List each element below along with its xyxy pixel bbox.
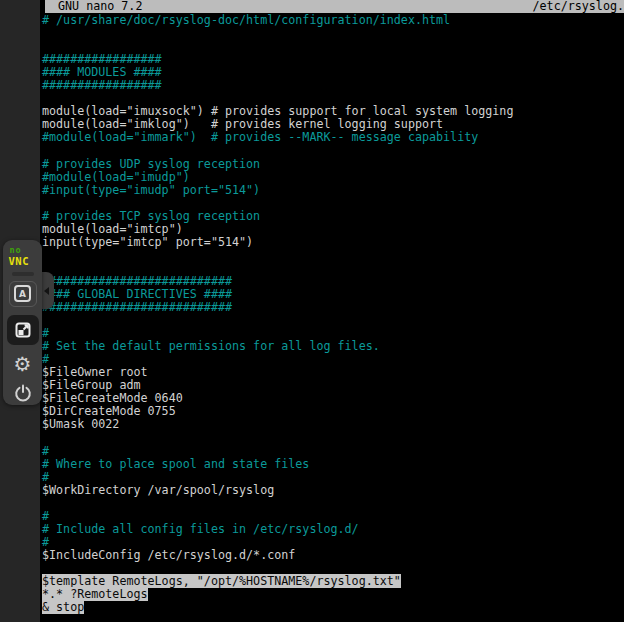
extra-keys-button[interactable]: A	[9, 281, 37, 307]
power-button[interactable]	[9, 380, 37, 405]
terminal-line: $DirCreateMode 0755	[42, 405, 624, 418]
terminal-line: $WorkDirectory /var/spool/rsyslog	[42, 484, 624, 497]
nano-titlebar: GNU nano 7.2 /etc/rsyslog.	[45, 0, 624, 13]
terminal-line: input(type="imtcp" port="514")	[42, 236, 624, 249]
novnc-control-bar: no VNC A ⚙	[3, 240, 42, 405]
gear-icon: ⚙	[14, 354, 32, 374]
nano-version-label: GNU nano 7.2	[58, 0, 142, 13]
terminal-line: # Include all config files in /etc/rsysl…	[42, 523, 624, 536]
novnc-logo-top: no	[10, 245, 37, 255]
terminal-line: $Umask 0022	[42, 418, 624, 431]
fullscreen-icon	[14, 321, 32, 339]
terminal-body: # /usr/share/doc/rsyslog-doc/html/config…	[42, 14, 624, 614]
vnc-terminal-canvas[interactable]: GNU nano 7.2 /etc/rsyslog. # /usr/share/…	[40, 0, 624, 622]
terminal-line: *.* ?RemoteLogs	[42, 588, 624, 601]
terminal-line: # /usr/share/doc/rsyslog-doc/html/config…	[42, 14, 624, 27]
terminal-line	[42, 314, 624, 327]
settings-button[interactable]: ⚙	[9, 351, 37, 377]
terminal-line: #input(type="imudp" port="514")	[42, 184, 624, 197]
novnc-logo: no VNC	[9, 245, 37, 267]
terminal-line: $IncludeConfig /etc/rsyslog.d/*.conf	[42, 549, 624, 562]
terminal-line	[42, 432, 624, 445]
novnc-logo-bottom: VNC	[9, 255, 37, 267]
drag-handle[interactable]	[12, 272, 34, 276]
terminal-line: & stop	[42, 601, 624, 614]
terminal-line: # Set the default permissions for all lo…	[42, 340, 624, 353]
terminal-line: # Where to place spool and state files	[42, 458, 624, 471]
terminal-line	[42, 27, 624, 40]
terminal-line: #################	[42, 79, 624, 92]
terminal-line: #module(load="immark") # provides --MARK…	[42, 131, 624, 144]
nano-filename-label: /etc/rsyslog.	[533, 0, 624, 13]
chevron-left-icon	[44, 287, 49, 295]
control-bar-collapse-handle[interactable]	[40, 272, 54, 309]
terminal-line: ###########################	[42, 301, 624, 314]
power-icon	[13, 383, 33, 403]
keyboard-key-a-icon: A	[14, 285, 31, 302]
terminal-line	[42, 249, 624, 262]
fullscreen-button[interactable]	[7, 315, 39, 346]
terminal-line	[42, 497, 624, 510]
